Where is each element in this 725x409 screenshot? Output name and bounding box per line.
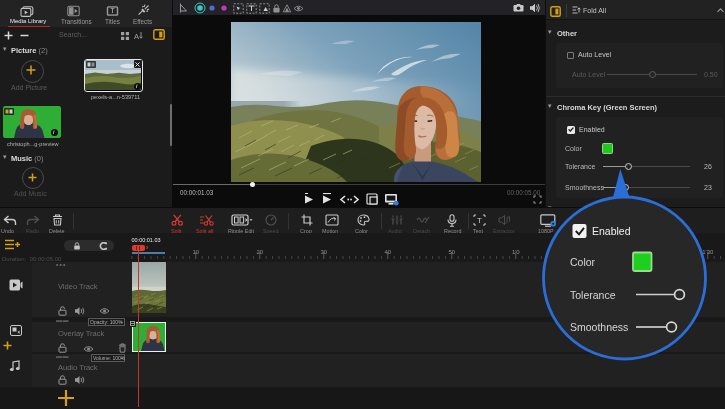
svg-text:50: 50	[448, 249, 455, 255]
svg-text:40: 40	[384, 249, 391, 255]
svg-text:Tolerance: Tolerance	[570, 289, 616, 301]
svg-text:30: 30	[320, 249, 327, 255]
svg-text:Enabled: Enabled	[592, 225, 631, 237]
svg-text:A: A	[134, 32, 139, 41]
svg-text:T: T	[477, 216, 482, 225]
svg-text:T: T	[111, 7, 115, 14]
svg-text:1'0: 1'0	[512, 249, 520, 255]
svg-text:20: 20	[256, 249, 263, 255]
svg-text:Color: Color	[570, 256, 596, 268]
svg-text:10: 10	[192, 249, 199, 255]
svg-text:Smoothness: Smoothness	[570, 321, 628, 333]
